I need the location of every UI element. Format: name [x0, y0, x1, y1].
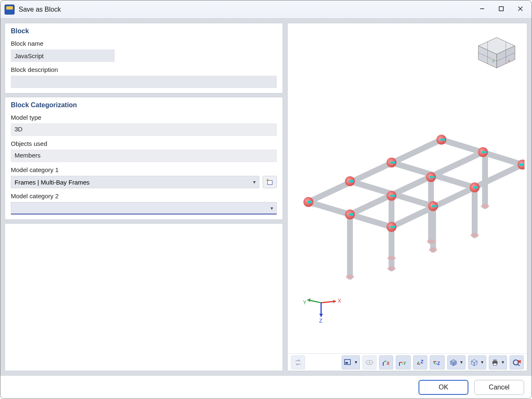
axis-x-icon: X	[382, 358, 391, 367]
new-category-button[interactable]	[263, 176, 277, 188]
view-cube-icon[interactable]: -y x	[474, 30, 520, 69]
minimize-button[interactable]	[473, 3, 492, 16]
svg-line-17	[392, 165, 522, 227]
axis-neg-y-icon: -Y	[398, 358, 409, 367]
svg-point-42	[310, 201, 312, 203]
model-type-label: Model type	[11, 114, 277, 121]
svg-point-84	[369, 362, 370, 363]
cat2-label: Model category 2	[11, 192, 277, 200]
svg-point-51	[390, 195, 393, 197]
svg-marker-101	[471, 361, 474, 366]
svg-text:X: X	[387, 361, 390, 366]
swap-icon	[294, 358, 302, 367]
block-name-label: Block name	[11, 40, 277, 47]
svg-point-63	[521, 163, 524, 166]
svg-point-54	[432, 176, 435, 178]
block-panel: Block Block name Block description	[5, 23, 283, 94]
dropdown-caret-icon: ▼	[459, 360, 463, 365]
reset-view-icon	[512, 358, 521, 367]
svg-point-62	[476, 186, 478, 189]
svg-point-69	[429, 248, 437, 252]
coordinate-axes-icon: X Y Z	[300, 291, 346, 324]
svg-text:-y: -y	[491, 59, 495, 63]
empty-panel	[5, 223, 283, 371]
render-style-icon	[449, 358, 458, 367]
axis-z-icon: Z	[416, 358, 425, 367]
axis-neg-z-icon: -Z	[432, 358, 443, 367]
svg-text:-Z: -Z	[436, 361, 440, 366]
visibility-icon	[365, 358, 374, 367]
reset-view-button[interactable]	[510, 355, 524, 369]
app-icon	[5, 5, 15, 15]
view-neg-z-button[interactable]: -Z	[430, 355, 445, 369]
svg-point-57	[390, 226, 393, 228]
maximize-icon	[498, 6, 504, 12]
right-column: -y x	[287, 23, 527, 371]
window-controls	[473, 3, 530, 16]
content-area: Block Block name Block description Block…	[0, 19, 532, 375]
dropdown-caret-icon: ▼	[501, 360, 505, 365]
svg-point-61	[473, 186, 476, 189]
cat2-dropdown[interactable]: ▾	[11, 202, 277, 214]
preview-toolbar: ▼ X -Y Z -Z	[288, 353, 527, 371]
svg-rect-1	[499, 7, 503, 11]
block-desc-input[interactable]	[11, 76, 277, 88]
svg-point-55	[482, 151, 484, 153]
svg-point-44	[351, 180, 354, 182]
svg-text:x: x	[508, 59, 510, 63]
categorization-panel: Block Categorization Model type 3D Objec…	[5, 97, 283, 220]
svg-point-45	[390, 161, 393, 164]
svg-point-65	[346, 275, 354, 279]
display-config-button[interactable]: ▼	[342, 355, 360, 369]
svg-marker-73	[333, 300, 336, 303]
block-section-title: Block	[11, 27, 277, 35]
svg-point-71	[481, 204, 489, 208]
config-dropdown-icon	[344, 358, 352, 367]
maximize-button[interactable]	[492, 3, 511, 16]
cat1-label: Model category 1	[11, 166, 277, 173]
svg-point-67	[427, 239, 435, 244]
chevron-down-icon: ▾	[253, 179, 256, 185]
block-name-input[interactable]	[11, 49, 115, 62]
view-neg-y-button[interactable]: -Y	[396, 355, 411, 369]
view-z-button[interactable]: Z	[413, 355, 427, 369]
swap-view-button	[291, 355, 305, 369]
wireframe-button[interactable]: ▼	[468, 355, 486, 369]
objects-used-label: Objects used	[11, 140, 277, 147]
close-icon	[517, 6, 523, 12]
structure-3d-icon	[292, 81, 525, 289]
dropdown-caret-icon: ▼	[480, 360, 484, 365]
preview-canvas[interactable]: -y x	[288, 23, 527, 353]
svg-marker-79	[319, 314, 323, 317]
ok-button[interactable]: OK	[419, 380, 468, 395]
svg-marker-100	[471, 360, 477, 363]
svg-point-49	[349, 213, 351, 216]
window-title: Save as Block	[19, 6, 473, 13]
svg-line-86	[383, 361, 386, 362]
cat1-dropdown[interactable]: Frames | Multi-Bay Frames ▾	[11, 176, 259, 188]
close-button[interactable]	[511, 3, 530, 16]
new-item-icon	[266, 178, 273, 186]
cancel-button[interactable]: Cancel	[474, 380, 524, 395]
dialog-window: Save as Block Block Block name Block des…	[0, 0, 532, 399]
svg-rect-82	[345, 362, 348, 364]
print-button[interactable]: ▼	[489, 355, 507, 369]
svg-text:X: X	[338, 298, 342, 304]
svg-point-48	[443, 138, 445, 141]
dialog-footer: OK Cancel	[0, 375, 532, 399]
svg-marker-5	[266, 179, 269, 180]
svg-rect-104	[493, 360, 497, 361]
svg-marker-76	[308, 298, 310, 302]
render-style-button[interactable]: ▼	[447, 355, 466, 369]
svg-point-56	[484, 151, 487, 153]
chevron-down-icon: ▾	[271, 205, 273, 211]
block-desc-label: Block description	[11, 66, 277, 73]
svg-point-60	[434, 205, 437, 207]
svg-point-70	[470, 233, 479, 237]
svg-point-43	[349, 180, 351, 182]
svg-text:Z: Z	[319, 318, 323, 324]
view-x-button[interactable]: X	[379, 355, 393, 369]
categorization-title: Block Categorization	[11, 101, 277, 109]
svg-point-58	[393, 226, 395, 228]
svg-point-53	[430, 176, 432, 178]
